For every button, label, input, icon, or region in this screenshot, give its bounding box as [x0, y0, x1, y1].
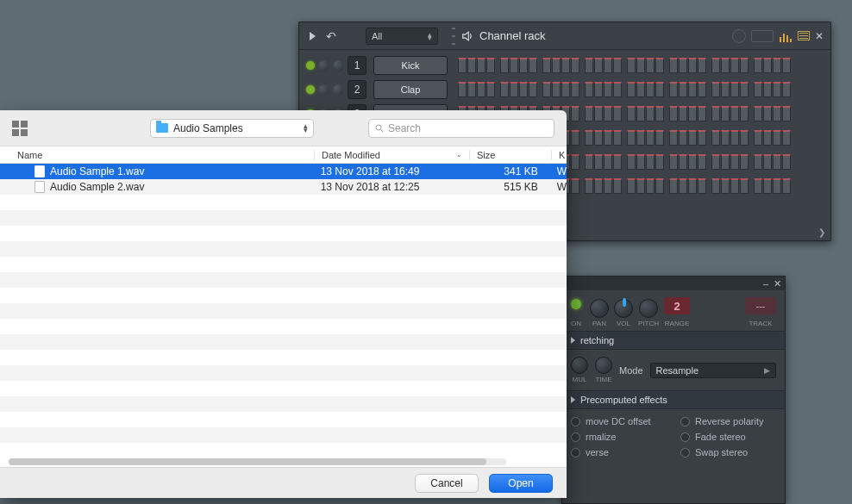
step-cell[interactable]	[529, 82, 537, 97]
step-cell[interactable]	[467, 58, 476, 73]
channel-filter-select[interactable]: All ▴▾	[366, 28, 438, 45]
step-cell[interactable]	[655, 154, 664, 170]
step-cell[interactable]	[669, 82, 678, 97]
close-icon[interactable]: ✕	[815, 30, 824, 42]
open-button[interactable]: Open	[489, 474, 553, 493]
step-cell[interactable]	[669, 58, 678, 73]
step-cell[interactable]	[529, 58, 537, 73]
channel-number[interactable]: 2	[348, 80, 366, 99]
effect-option[interactable]: Fade stereo	[680, 432, 776, 442]
range-value[interactable]: 2	[664, 297, 690, 314]
step-cell[interactable]	[627, 82, 636, 97]
step-cell[interactable]	[679, 106, 687, 121]
step-cell[interactable]	[594, 106, 603, 121]
step-cell[interactable]	[585, 106, 593, 121]
step-cell[interactable]	[655, 58, 664, 73]
step-cell[interactable]	[542, 58, 551, 73]
step-cell[interactable]	[698, 178, 706, 194]
folder-picker[interactable]: Audio Samples ▴▾	[150, 119, 314, 138]
step-cell[interactable]	[711, 130, 720, 146]
step-cell[interactable]	[730, 130, 739, 146]
step-cell[interactable]	[773, 178, 781, 194]
step-cell[interactable]	[646, 130, 655, 146]
step-cell[interactable]	[679, 154, 687, 170]
column-size[interactable]: Size	[470, 150, 552, 160]
volume-knob[interactable]	[614, 299, 633, 318]
step-cell[interactable]	[613, 154, 622, 170]
effect-option[interactable]: Swap stereo	[680, 447, 776, 457]
column-name[interactable]: Name	[0, 150, 315, 160]
step-cell[interactable]	[636, 130, 645, 146]
step-cell[interactable]	[552, 58, 561, 73]
on-led-icon[interactable]	[571, 299, 581, 309]
step-cell[interactable]	[477, 82, 486, 97]
step-cell[interactable]	[585, 82, 593, 97]
channel-vol-knob[interactable]	[333, 60, 344, 72]
step-cell[interactable]	[688, 82, 697, 97]
step-cell[interactable]	[571, 58, 579, 73]
step-cell[interactable]	[561, 58, 570, 73]
step-cell[interactable]	[486, 82, 495, 97]
mul-knob[interactable]	[571, 357, 588, 374]
step-cell[interactable]	[679, 82, 687, 97]
step-cell[interactable]	[773, 130, 781, 146]
step-cell[interactable]	[669, 154, 678, 170]
step-cell[interactable]	[458, 58, 467, 73]
step-cell[interactable]	[655, 178, 664, 194]
step-cell[interactable]	[698, 154, 706, 170]
step-cell[interactable]	[636, 178, 645, 194]
step-cell[interactable]	[763, 154, 772, 170]
step-cell[interactable]	[594, 178, 603, 194]
step-cell[interactable]	[773, 106, 781, 121]
step-cell[interactable]	[519, 82, 528, 97]
step-cell[interactable]	[730, 154, 739, 170]
step-cell[interactable]	[594, 82, 603, 97]
step-cell[interactable]	[627, 106, 636, 121]
step-cell[interactable]	[604, 130, 612, 146]
step-cell[interactable]	[669, 106, 678, 121]
precomputed-effects-header[interactable]: Precomputed effects	[562, 390, 785, 409]
step-cell[interactable]	[711, 178, 720, 194]
step-cell[interactable]	[754, 58, 762, 73]
step-cell[interactable]	[646, 178, 655, 194]
channel-pan-knob[interactable]	[318, 60, 329, 72]
step-cell[interactable]	[763, 130, 772, 146]
minimize-icon[interactable]: –	[763, 278, 768, 289]
step-cell[interactable]	[721, 130, 730, 146]
channel-enable-led[interactable]	[306, 61, 315, 70]
step-cell[interactable]	[594, 58, 603, 73]
step-cell[interactable]	[627, 154, 636, 170]
step-cell[interactable]	[698, 58, 706, 73]
view-grid-icon[interactable]	[12, 121, 28, 136]
channel-pan-knob[interactable]	[318, 84, 329, 96]
step-cell[interactable]	[636, 82, 645, 97]
step-cell[interactable]	[688, 106, 697, 121]
scroll-right-icon[interactable]: ❯	[818, 227, 825, 237]
cancel-button[interactable]: Cancel	[415, 474, 479, 493]
effect-option[interactable]: verse	[571, 447, 667, 457]
step-cell[interactable]	[782, 178, 791, 194]
step-cell[interactable]	[721, 58, 730, 73]
step-cell[interactable]	[782, 154, 791, 170]
step-cell[interactable]	[754, 106, 762, 121]
step-cell[interactable]	[740, 58, 749, 73]
play-icon[interactable]	[310, 32, 316, 40]
step-cell[interactable]	[655, 82, 664, 97]
column-date[interactable]: Date Modified ⌄	[315, 150, 470, 160]
step-cell[interactable]	[782, 106, 791, 121]
step-cell[interactable]	[773, 154, 781, 170]
step-cell[interactable]	[585, 130, 593, 146]
effect-option[interactable]: Reverse polarity	[680, 416, 776, 426]
step-cell[interactable]	[646, 82, 655, 97]
step-cell[interactable]	[740, 106, 749, 121]
step-cell[interactable]	[688, 178, 697, 194]
step-cell[interactable]	[740, 130, 749, 146]
step-cell[interactable]	[458, 82, 467, 97]
step-cell[interactable]	[740, 154, 749, 170]
step-cell[interactable]	[613, 178, 622, 194]
channel-label[interactable]: Kick	[373, 56, 448, 75]
step-cell[interactable]	[763, 58, 772, 73]
pitch-knob[interactable]	[639, 299, 658, 318]
step-cell[interactable]	[467, 82, 476, 97]
menu-icon[interactable]	[798, 31, 810, 40]
